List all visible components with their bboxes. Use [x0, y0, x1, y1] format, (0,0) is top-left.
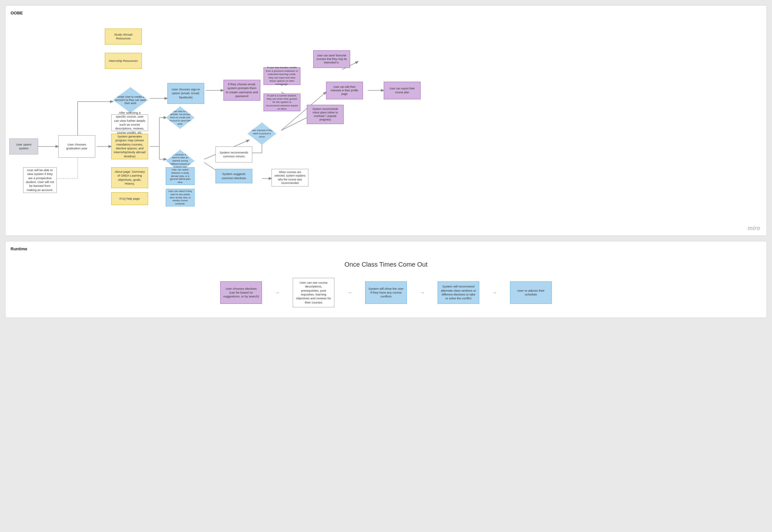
- page-wrapper: OOBE: [0, 0, 772, 323]
- oobe-panel: OOBE: [5, 5, 767, 236]
- program-map-node: System generates program map (shows mand…: [111, 134, 148, 159]
- runtime-subtitle: Once Class Times Come Out: [11, 261, 761, 268]
- rt-recommend-alternate-node: System will recommend alternate class se…: [438, 281, 479, 304]
- rt-see-descriptions-node: User can see course descriptions, prereq…: [293, 278, 334, 307]
- about-page-node: About page: Summary of GBDA Learning obj…: [111, 167, 148, 188]
- rt-arrow-2: →: [347, 290, 352, 295]
- prospective-node: User will be able to view system if they…: [23, 167, 57, 193]
- rt-show-conflicts-node: System will show the user if they have a…: [365, 281, 407, 304]
- switch-view-node: User can switch between a study abroad v…: [166, 167, 195, 185]
- rt-readjust-node: User re-adjusts their schedule: [510, 281, 552, 304]
- rt-choose-electives-node: User chooses electives (can be based on …: [220, 281, 262, 304]
- runtime-title: Runtime: [11, 246, 761, 251]
- common-minors-node: System recommends common minors: [215, 146, 252, 162]
- runtime-nodes-row: User chooses electives (can be based on …: [11, 278, 761, 307]
- sign-in-node: User chooses sign-in option (email, Gmai…: [167, 83, 204, 104]
- minor-plans-node: System recommends minor plans (when to o…: [307, 105, 344, 124]
- user-opens-node: User opens system: [9, 138, 38, 154]
- email-signin-node: If they choose email, system prompts the…: [223, 80, 260, 101]
- oobe-title: OOBE: [11, 11, 761, 15]
- graduation-year-node: User chooses graduation year: [58, 135, 95, 158]
- exit-prompt-node: If user tries to exit website, we prompt…: [166, 106, 195, 129]
- view-select-node: User can select if they want to see year…: [166, 189, 195, 206]
- study-abroad-node: Study Abroad Resources: [105, 29, 142, 45]
- prompt-account-node: Prompt User to create an account so they…: [113, 87, 148, 113]
- svg-line-17: [281, 116, 310, 130]
- courses-selected-node: When courses are selected, system explai…: [271, 169, 308, 187]
- edit-interests-node: User can edit their interests in their p…: [326, 82, 363, 99]
- miro-watermark: miro: [748, 225, 760, 232]
- runtime-panel: Runtime Once Class Times Come Out User c…: [5, 241, 767, 318]
- suggest-electives-node: System suggests common electives: [215, 169, 252, 183]
- rt-arrow-3: →: [420, 290, 425, 295]
- course-details-node: After selecting a specific course, user …: [111, 114, 148, 131]
- save-favourite-node: User can save/ favourite courses that th…: [313, 50, 350, 68]
- export-plan-node: User can export their course plan: [384, 82, 421, 99]
- choose-minor-node: User chooses if they want to pursue a mi…: [247, 122, 276, 145]
- current-student-node: If user's a current student, they can en…: [263, 94, 300, 111]
- rt-arrow-4: →: [492, 290, 497, 295]
- rt-arrow-1: →: [275, 290, 280, 295]
- internship-node: Internship Resources: [105, 53, 142, 69]
- transfer-credits-node: If user has transfer credits from a prev…: [263, 67, 300, 85]
- faq-node: FAQ help page: [111, 192, 148, 205]
